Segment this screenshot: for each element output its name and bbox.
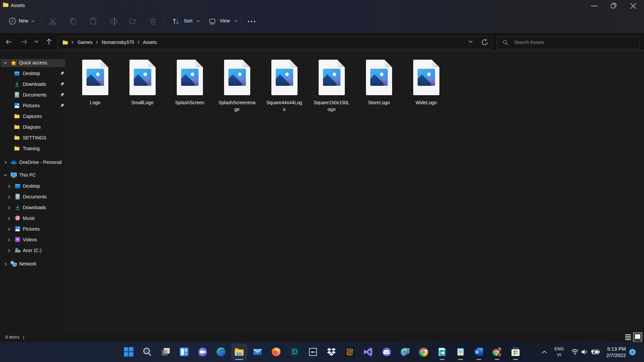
- svg-text:T: T: [499, 348, 501, 351]
- svg-text:T: T: [499, 353, 500, 356]
